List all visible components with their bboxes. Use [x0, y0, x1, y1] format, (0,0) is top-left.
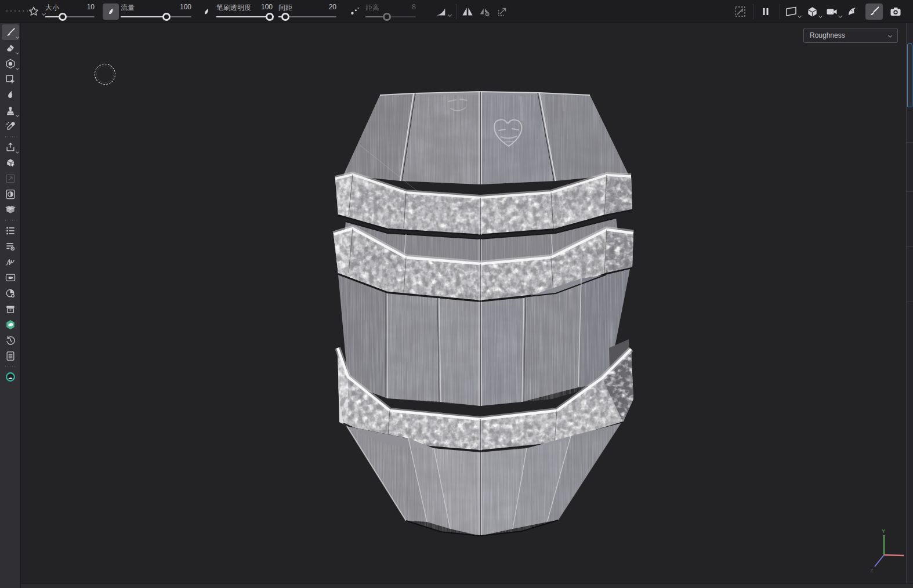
- tool-projection[interactable]: [2, 56, 19, 71]
- channel-selector-dropdown[interactable]: Roughness: [803, 28, 898, 43]
- falloff-button[interactable]: [433, 3, 449, 20]
- tool-mask-stencil[interactable]: [2, 186, 19, 202]
- smudge-mode-button[interactable]: [845, 3, 861, 20]
- slider-knob[interactable]: [281, 13, 289, 21]
- brush-alpha-button[interactable]: [26, 3, 42, 20]
- assets-cloud-hexagon-icon: [5, 319, 16, 331]
- distance-slider[interactable]: [365, 16, 416, 17]
- panel-layers-list[interactable]: [2, 223, 19, 238]
- chevron-down-icon: [16, 67, 19, 70]
- panel-archive[interactable]: [2, 301, 19, 317]
- panel-log[interactable]: [2, 348, 19, 364]
- slider-knob[interactable]: [266, 13, 274, 21]
- chevron-down-icon: [16, 51, 19, 55]
- sidebar-separator: [5, 219, 16, 221]
- panel-shader-settings[interactable]: [2, 285, 19, 301]
- paint-brush-icon: [868, 5, 881, 18]
- perspective-view-button[interactable]: [783, 3, 799, 20]
- chevron-down-icon: [448, 13, 452, 17]
- transform-gizmo-icon: [496, 5, 509, 18]
- param-label: 流量: [121, 3, 135, 13]
- flow-param: 流量 100: [121, 2, 191, 21]
- spacing-param: 间距 20: [278, 2, 336, 21]
- open-box-icon: [5, 204, 16, 216]
- smudge-icon: [5, 89, 16, 101]
- eyedropper-icon: [5, 121, 16, 132]
- photo-camera-icon: [889, 5, 903, 19]
- projection-cube-icon: [5, 58, 16, 70]
- scatter-dots-icon: [349, 5, 361, 18]
- toolbar-divider: [780, 4, 780, 19]
- barrel-model-render: [21, 23, 913, 583]
- signature-pen-icon: [5, 256, 16, 268]
- tool-clone-stamp[interactable]: [2, 103, 19, 118]
- axis-z-label: Z: [870, 568, 874, 574]
- panel-display-settings[interactable]: [2, 270, 19, 285]
- stencil-off-button[interactable]: [732, 3, 748, 20]
- tool-polygon-fill[interactable]: [2, 71, 19, 87]
- tool-material-picker[interactable]: [2, 118, 19, 134]
- panel-share[interactable]: [2, 369, 19, 384]
- pause-button[interactable]: [758, 3, 774, 20]
- tool-transfer-arrow[interactable]: [2, 170, 19, 186]
- toolbar-divider: [753, 4, 753, 19]
- scatter-button[interactable]: [347, 3, 363, 20]
- param-value: 100: [261, 3, 273, 11]
- flow-slider[interactable]: [121, 16, 191, 17]
- tool-sidebar: [0, 23, 21, 588]
- shader-sphere-icon: [5, 288, 16, 299]
- param-value: 20: [329, 3, 336, 11]
- paint-mode-button[interactable]: [865, 3, 883, 20]
- slider-knob[interactable]: [59, 13, 67, 21]
- paint-brush-icon: [5, 27, 16, 38]
- capture-camera-button[interactable]: [887, 3, 904, 20]
- mesh-view-button[interactable]: [804, 3, 820, 20]
- stencil-off-icon: [733, 5, 747, 19]
- spacing-slider[interactable]: [278, 16, 336, 17]
- panel-assets[interactable]: [2, 317, 19, 332]
- 3d-viewport[interactable]: Roughness Y X Z: [21, 23, 913, 583]
- tool-smudge[interactable]: [2, 87, 19, 103]
- chevron-down-icon: [888, 33, 892, 37]
- star-shape-icon: [27, 5, 40, 18]
- selected-dock-item[interactable]: [907, 43, 912, 107]
- brush-preset-button[interactable]: [103, 3, 119, 20]
- archive-box-icon: [5, 303, 16, 315]
- brush-tip-button[interactable]: [198, 3, 214, 20]
- barrel-model: [334, 92, 633, 536]
- mask-circle-doc-icon: [5, 188, 16, 200]
- axis-gizmo: Y X Z: [853, 525, 911, 580]
- toolbar-divider: [456, 4, 456, 19]
- panel-history[interactable]: [2, 332, 19, 348]
- slider-knob[interactable]: [383, 13, 391, 21]
- chevron-down-icon: [16, 150, 19, 154]
- brush-size-slider[interactable]: [45, 16, 95, 17]
- tool-geometry-select[interactable]: [2, 155, 19, 170]
- param-label: 距离: [365, 3, 379, 13]
- history-clock-icon: [5, 335, 16, 346]
- camera-view-button[interactable]: [824, 3, 840, 20]
- tool-eraser[interactable]: [2, 40, 19, 56]
- mirror-symmetry-button[interactable]: [459, 3, 476, 20]
- tool-shelf-box[interactable]: [2, 202, 19, 217]
- pause-icon: [760, 6, 771, 17]
- opacity-slider[interactable]: [216, 16, 273, 17]
- param-value: 8: [412, 3, 416, 11]
- brush-size-param: 大小 10: [45, 2, 95, 21]
- display-camera-icon: [5, 272, 16, 284]
- top-toolbar: 大小 10 流量 100 笔刷透明度 100 间距 20: [0, 0, 913, 23]
- param-value: 100: [180, 3, 191, 11]
- panel-signature[interactable]: [2, 254, 19, 270]
- slider-knob[interactable]: [162, 13, 171, 21]
- panel-properties[interactable]: [2, 238, 19, 254]
- smudge-crescent-icon: [846, 5, 860, 19]
- param-label: 笔刷透明度: [216, 3, 251, 13]
- log-document-icon: [5, 350, 16, 362]
- video-camera-icon: [825, 5, 839, 19]
- brush-tip-icon: [202, 8, 211, 16]
- tool-paint-brush[interactable]: [2, 24, 19, 40]
- tool-export-mesh[interactable]: [2, 139, 19, 155]
- transform-gizmo-button[interactable]: [494, 3, 510, 20]
- right-dock-panel-edge[interactable]: [906, 23, 913, 583]
- symmetry-settings-button[interactable]: [477, 3, 493, 20]
